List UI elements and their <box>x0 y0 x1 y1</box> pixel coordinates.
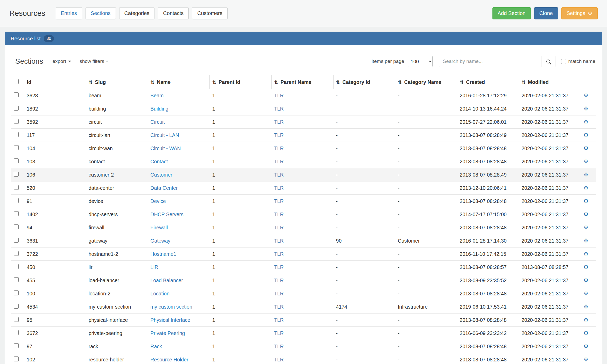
settings-button[interactable]: Settings ⚙ <box>561 7 598 19</box>
row-settings-gear-icon[interactable]: ⚙ <box>583 224 589 231</box>
row-checkbox[interactable] <box>14 211 19 216</box>
parent-name-link[interactable]: TLR <box>274 357 284 362</box>
row-checkbox[interactable] <box>14 185 19 190</box>
sort-icon[interactable]: ⇅ <box>336 80 340 85</box>
show-filters-toggle[interactable]: show filters + <box>80 59 108 64</box>
row-settings-gear-icon[interactable]: ⚙ <box>583 317 589 323</box>
parent-name-link[interactable]: TLR <box>274 330 284 336</box>
parent-name-link[interactable]: TLR <box>274 304 284 310</box>
row-checkbox[interactable] <box>14 198 19 203</box>
row-settings-gear-icon[interactable]: ⚙ <box>583 105 589 112</box>
row-checkbox[interactable] <box>14 238 19 243</box>
row-checkbox[interactable] <box>14 119 19 124</box>
row-settings-gear-icon[interactable]: ⚙ <box>583 237 589 244</box>
parent-name-link[interactable]: TLR <box>274 172 284 178</box>
row-checkbox[interactable] <box>14 317 19 322</box>
parent-name-link[interactable]: TLR <box>274 185 284 191</box>
row-settings-gear-icon[interactable]: ⚙ <box>583 119 589 125</box>
column-header-category-id[interactable]: ⇅Category Id <box>333 75 395 89</box>
items-per-page-select[interactable]: 100 <box>408 56 433 67</box>
row-checkbox[interactable] <box>14 304 19 309</box>
parent-name-link[interactable]: TLR <box>274 106 284 112</box>
row-checkbox[interactable] <box>14 290 19 295</box>
row-checkbox[interactable] <box>14 172 19 177</box>
row-settings-gear-icon[interactable]: ⚙ <box>583 277 589 283</box>
row-settings-gear-icon[interactable]: ⚙ <box>583 171 589 178</box>
tab-entries[interactable]: Entries <box>56 7 82 19</box>
parent-name-link[interactable]: TLR <box>274 344 284 349</box>
name-link[interactable]: Customer <box>150 172 172 178</box>
match-name-option[interactable]: match name <box>561 59 595 64</box>
row-settings-gear-icon[interactable]: ⚙ <box>583 211 589 217</box>
clone-button[interactable]: Clone <box>534 7 558 19</box>
sort-icon[interactable]: ⇅ <box>212 80 216 85</box>
row-settings-gear-icon[interactable]: ⚙ <box>583 303 589 310</box>
tab-customers[interactable]: Customers <box>192 7 228 19</box>
name-link[interactable]: Load Balancer <box>150 278 183 283</box>
row-checkbox[interactable] <box>14 277 19 282</box>
search-input[interactable] <box>439 56 541 67</box>
parent-name-link[interactable]: TLR <box>274 212 284 217</box>
name-link[interactable]: Circuit - LAN <box>150 132 179 138</box>
row-checkbox[interactable] <box>14 264 19 269</box>
row-checkbox[interactable] <box>14 224 19 229</box>
row-settings-gear-icon[interactable]: ⚙ <box>583 198 589 204</box>
name-link[interactable]: DHCP Servers <box>150 212 183 217</box>
row-settings-gear-icon[interactable]: ⚙ <box>583 185 589 191</box>
row-checkbox[interactable] <box>14 251 19 256</box>
row-settings-gear-icon[interactable]: ⚙ <box>583 290 589 297</box>
parent-name-link[interactable]: TLR <box>274 145 284 151</box>
name-link[interactable]: Building <box>150 106 168 112</box>
name-link[interactable]: Gateway <box>150 238 170 244</box>
match-name-checkbox[interactable] <box>561 59 566 64</box>
row-settings-gear-icon[interactable]: ⚙ <box>583 356 589 363</box>
column-header-slug[interactable]: ⇅Slug <box>86 75 148 89</box>
row-settings-gear-icon[interactable]: ⚙ <box>583 330 589 336</box>
search-button[interactable] <box>541 56 555 67</box>
sort-icon[interactable]: ⇅ <box>522 80 526 85</box>
parent-name-link[interactable]: TLR <box>274 291 284 296</box>
tab-sections[interactable]: Sections <box>86 7 116 19</box>
row-checkbox[interactable] <box>14 330 19 335</box>
name-link[interactable]: Private Peering <box>150 330 185 336</box>
row-settings-gear-icon[interactable]: ⚙ <box>583 264 589 270</box>
row-checkbox[interactable] <box>14 106 19 111</box>
column-header-name[interactable]: ⇅Name <box>148 75 210 89</box>
name-link[interactable]: Rack <box>150 344 162 349</box>
name-link[interactable]: Circuit - WAN <box>150 145 181 151</box>
row-checkbox[interactable] <box>14 356 19 361</box>
tab-categories[interactable]: Categories <box>119 7 155 19</box>
add-section-button[interactable]: Add Section <box>492 7 531 19</box>
row-settings-gear-icon[interactable]: ⚙ <box>583 343 589 350</box>
column-header-parent-id[interactable]: ⇅Parent Id <box>210 75 272 89</box>
parent-name-link[interactable]: TLR <box>274 251 284 257</box>
row-checkbox[interactable] <box>14 132 19 137</box>
sort-icon[interactable]: ⇅ <box>151 80 154 85</box>
column-header-id[interactable]: Id <box>24 75 86 89</box>
row-checkbox[interactable] <box>14 92 19 97</box>
row-settings-gear-icon[interactable]: ⚙ <box>583 132 589 138</box>
sort-icon[interactable]: ⇅ <box>89 80 93 85</box>
row-settings-gear-icon[interactable]: ⚙ <box>583 145 589 151</box>
name-link[interactable]: Data Center <box>150 185 178 191</box>
name-link[interactable]: Firewall <box>150 225 168 230</box>
row-settings-gear-icon[interactable]: ⚙ <box>583 92 589 99</box>
parent-name-link[interactable]: TLR <box>274 264 284 270</box>
sort-icon[interactable]: ⇅ <box>398 80 402 85</box>
column-header-category-name[interactable]: ⇅Category Name <box>395 75 457 89</box>
column-header-created[interactable]: ⇅Created <box>457 75 519 89</box>
name-link[interactable]: Contact <box>150 159 168 164</box>
name-link[interactable]: Circuit <box>150 119 165 125</box>
name-link[interactable]: Physical Interface <box>150 317 190 323</box>
parent-name-link[interactable]: TLR <box>274 317 284 323</box>
row-checkbox[interactable] <box>14 158 19 163</box>
parent-name-link[interactable]: TLR <box>274 132 284 138</box>
name-link[interactable]: Hostname1 <box>150 251 176 257</box>
parent-name-link[interactable]: TLR <box>274 93 284 98</box>
select-all-checkbox[interactable] <box>14 79 19 84</box>
tab-contacts[interactable]: Contacts <box>158 7 189 19</box>
parent-name-link[interactable]: TLR <box>274 225 284 230</box>
name-link[interactable]: LIR <box>150 264 158 270</box>
name-link[interactable]: Location <box>150 291 170 296</box>
parent-name-link[interactable]: TLR <box>274 278 284 283</box>
